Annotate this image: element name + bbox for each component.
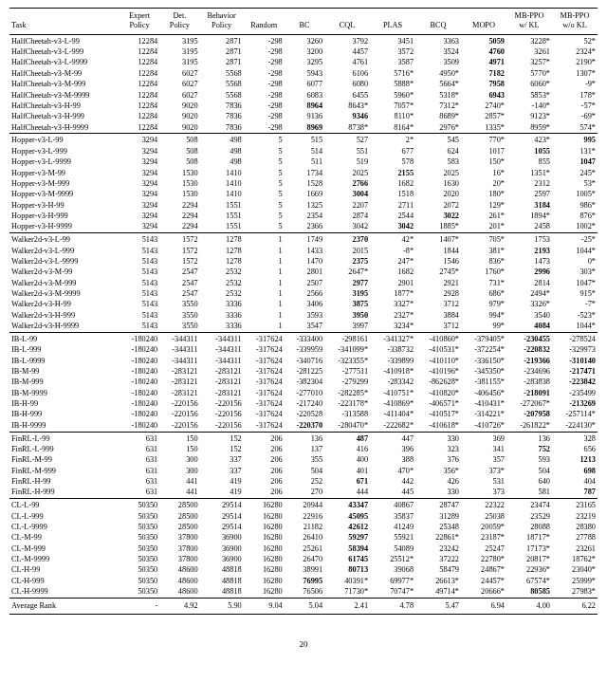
cell: -218091 (506, 388, 552, 398)
cell: 12284 (120, 80, 159, 90)
cell: 23261 (552, 543, 598, 554)
cell: -298 (244, 47, 285, 58)
cell: 2766 (324, 178, 370, 189)
table-row: Hopper-v3-H-9932942294155151325220727112… (9, 200, 598, 211)
table-row: CL-H-999503504860048818162807699540391*6… (9, 576, 598, 586)
cell: CL-H-9999 (9, 587, 120, 599)
cell: -298 (244, 112, 285, 122)
cell: -272067* (506, 399, 552, 410)
cell: -298 (244, 101, 285, 111)
cell: 247* (370, 256, 415, 267)
cell: -410869* (370, 399, 415, 410)
cell: 136 (506, 432, 552, 444)
cell: 1 (244, 322, 285, 333)
cell: 12284 (120, 122, 159, 134)
cell: Average Rank (9, 599, 120, 615)
cell: 1734 (285, 168, 324, 178)
cell: 6083 (285, 90, 324, 101)
cell: 28500 (159, 499, 199, 511)
cell: 1530 (159, 190, 199, 200)
cell: -57* (552, 101, 598, 111)
cell: 5568 (200, 68, 244, 79)
cell: Hopper-v3-L-9999 (9, 157, 120, 168)
cell: 6455 (324, 90, 370, 101)
cell: 593 (506, 455, 552, 466)
cell: 1278 (200, 256, 244, 267)
cell: 9136 (285, 112, 324, 122)
cell: 3042 (324, 222, 370, 233)
cell: 55921 (370, 533, 415, 543)
cell: 337 (200, 455, 244, 466)
cell: CL-M-999 (9, 543, 120, 554)
cell: 48818 (200, 576, 244, 586)
cell: 1753 (506, 233, 552, 246)
cell: -523* (552, 310, 598, 321)
cell: HalfCheetah-v3-H-99 (9, 101, 120, 111)
cell: 41249 (370, 523, 415, 533)
cell: -180240 (120, 356, 159, 366)
cell: 470* (370, 466, 415, 476)
cell: 3294 (120, 222, 159, 233)
cell: 631 (120, 488, 159, 499)
cell: 355 (285, 455, 324, 466)
cell: 50350 (120, 555, 159, 565)
table-row: HalfCheetah-v3-H-9991228490207836-298913… (9, 112, 598, 122)
cell: 2547 (159, 278, 199, 288)
cell: 150 (159, 445, 199, 455)
cell: CL-M-99 (9, 533, 120, 543)
cell: 48818 (200, 565, 244, 576)
cell: 9020 (159, 122, 199, 134)
cell: 8643* (324, 101, 370, 111)
table-row: Hopper-v3-H-9999329422941551523663042304… (9, 222, 598, 233)
cell: 23474 (506, 499, 552, 511)
cell: -344311 (200, 345, 244, 356)
cell: 180* (461, 190, 506, 200)
cell: 508 (159, 134, 199, 146)
cell: 20666* (461, 587, 506, 599)
cell: 498 (200, 157, 244, 168)
cell: -344311 (200, 332, 244, 344)
cell: 5143 (120, 300, 159, 310)
cell: 4457 (324, 47, 370, 58)
cell: 80713 (324, 565, 370, 576)
cell: 677 (370, 146, 415, 157)
cell: FinRL-H-99 (9, 477, 120, 488)
cell: 2324* (552, 47, 598, 58)
cell: 1044* (552, 246, 598, 256)
cell: -298161 (324, 332, 370, 344)
col-header: BCQ (415, 9, 461, 35)
cell: 5888* (370, 80, 415, 90)
cell: 261* (461, 211, 506, 221)
cell: 76506 (285, 587, 324, 599)
cell: -339899 (370, 356, 415, 366)
page: TaskExpertPolicyDet.PolicyBehaviorPolicy… (0, 0, 607, 649)
cell: 3195 (159, 47, 199, 58)
table-row: Walker2d-v3-L-99995143157212781147023752… (9, 256, 598, 267)
cell: 20* (461, 178, 506, 189)
cell: -220156 (200, 399, 244, 410)
table-row: Hopper-v3-L-9999329450849855115195785831… (9, 157, 598, 168)
cell: 2507 (285, 278, 324, 288)
cell: -140* (506, 101, 552, 111)
cell: 8110* (370, 112, 415, 122)
cell: 4761 (324, 58, 370, 68)
cell: -281225 (285, 367, 324, 378)
cell: -410531* (415, 345, 461, 356)
cell: 29514 (200, 523, 244, 533)
cell: 1682 (370, 267, 415, 278)
cell: 5143 (120, 256, 159, 267)
cell: 18717* (506, 533, 552, 543)
cell: IB-H-9999 (9, 420, 120, 432)
cell: 498 (200, 146, 244, 157)
cell: 25261 (285, 543, 324, 554)
cell: 3294 (120, 134, 159, 146)
cell: 1 (244, 300, 285, 310)
cell: 3294 (120, 211, 159, 221)
cell: IB-M-9999 (9, 388, 120, 398)
cell: CL-L-9999 (9, 523, 120, 533)
cell: 511 (285, 157, 324, 168)
cell: 6106 (324, 68, 370, 79)
cell: 3195 (159, 34, 199, 46)
cell: -410918* (370, 367, 415, 378)
cell: 1546 (415, 256, 461, 267)
